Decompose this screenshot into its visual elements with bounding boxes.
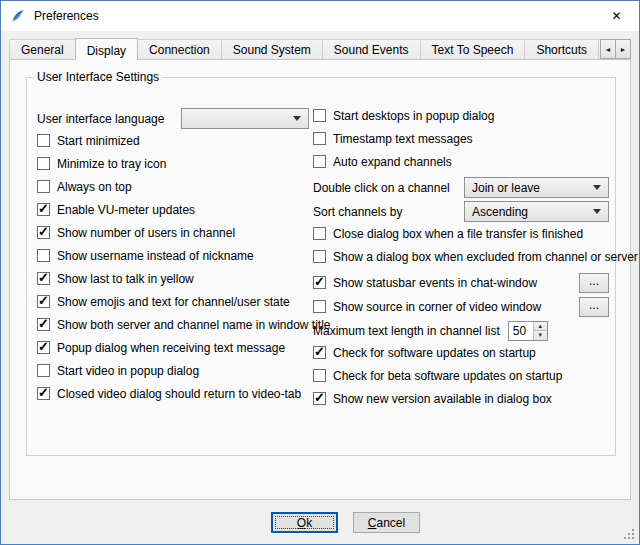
checkbox-box-icon	[313, 155, 326, 168]
sort-channels-value: Ascending	[472, 205, 528, 219]
spin-up-button[interactable]: ▲	[534, 322, 547, 332]
checkbox-label: Check for software updates on startup	[333, 346, 536, 360]
checkbox-box-icon	[313, 109, 326, 122]
tab-general[interactable]: General	[9, 39, 76, 59]
checkbox-label: Check for beta software updates on start…	[333, 369, 562, 383]
checkbox-check-updates[interactable]: Check for software updates on startup	[313, 345, 609, 360]
group-title: User Interface Settings	[33, 70, 163, 84]
double-click-combobox[interactable]: Join or leave	[464, 177, 609, 198]
checkbox-label: Show both server and channel name in win…	[57, 318, 331, 332]
checkbox-always-on-top[interactable]: Always on top	[37, 179, 309, 194]
window-title: Preferences	[34, 9, 99, 23]
checkbox-popup-text-message[interactable]: Popup dialog when receiving text message	[37, 340, 309, 355]
checkbox-label: Show username instead of nickname	[57, 249, 254, 263]
checkbox-show-username[interactable]: Show username instead of nickname	[37, 248, 309, 263]
checkbox-box-icon	[37, 272, 50, 285]
checkbox-show-dialog-excluded[interactable]: Show a dialog box when excluded from cha…	[313, 249, 609, 264]
checkbox-minimize-to-tray[interactable]: Minimize to tray icon	[37, 156, 309, 171]
checkbox-start-minimized[interactable]: Start minimized	[37, 133, 309, 148]
checkbox-start-video-popup[interactable]: Start video in popup dialog	[37, 363, 309, 378]
checkbox-check-beta-updates[interactable]: Check for beta software updates on start…	[313, 368, 609, 383]
checkbox-box-icon	[37, 387, 50, 400]
checkbox-label: Show last to talk in yellow	[57, 272, 194, 286]
checkbox-show-emojis[interactable]: Show emojis and text for channel/user st…	[37, 294, 309, 309]
tab-shortcuts[interactable]: Shortcuts	[524, 39, 599, 59]
checkbox-label: Start minimized	[57, 134, 140, 148]
arrow-down-icon: ▼	[537, 332, 543, 338]
sort-channels-row: Sort channels by Ascending	[313, 201, 609, 222]
close-icon: ✕	[611, 9, 621, 23]
language-combobox[interactable]	[181, 108, 309, 129]
checkbox-label: Start video in popup dialog	[57, 364, 199, 378]
titlebar: Preferences ✕	[1, 1, 639, 31]
checkbox-box-icon	[313, 369, 326, 382]
spin-down-button[interactable]: ▼	[534, 331, 547, 340]
tab-scroll-left-button[interactable]: ◄	[600, 39, 616, 59]
checkbox-label: Close dialog box when a file transfer is…	[333, 227, 583, 241]
checkbox-close-dialog-file-transfer[interactable]: Close dialog box when a file transfer is…	[313, 226, 609, 241]
checkbox-box-icon	[37, 134, 50, 147]
user-interface-settings-group: User Interface Settings User interface l…	[26, 70, 616, 456]
max-text-length-spinbox[interactable]: 50 ▲ ▼	[508, 321, 548, 341]
tab-scroll-right-button[interactable]: ►	[615, 39, 631, 59]
checkbox-start-desktops-popup[interactable]: Start desktops in popup dialog	[313, 108, 609, 123]
checkbox-box-icon	[37, 203, 50, 216]
arrow-left-icon: ◄	[605, 46, 612, 53]
chevron-down-icon	[593, 209, 601, 214]
app-logo-icon	[10, 8, 26, 24]
checkbox-label: Show a dialog box when excluded from cha…	[333, 250, 638, 264]
checkbox-auto-expand-channels[interactable]: Auto expand channels	[313, 154, 609, 169]
video-source-row: Show source in corner of video window ..…	[313, 296, 609, 317]
checkbox-show-new-version[interactable]: Show new version available in dialog box	[313, 391, 609, 406]
checkbox-label: Show statusbar events in chat-window	[333, 276, 537, 290]
checkbox-label: Auto expand channels	[333, 155, 452, 169]
right-column: Start desktops in popup dialog Timestamp…	[313, 108, 609, 414]
checkbox-label: Show source in corner of video window	[333, 300, 541, 314]
checkbox-box-icon	[313, 392, 326, 405]
close-button[interactable]: ✕	[594, 1, 639, 31]
chevron-down-icon	[293, 116, 301, 121]
language-row: User interface language	[37, 108, 309, 129]
checkbox-box-icon	[37, 157, 50, 170]
checkbox-box-icon	[313, 227, 326, 240]
resize-grip-handle[interactable]	[623, 528, 636, 541]
checkbox-label: Show emojis and text for channel/user st…	[57, 295, 290, 309]
statusbar-events-options-button[interactable]: ...	[579, 273, 609, 293]
checkbox-box-icon	[37, 226, 50, 239]
tab-page-display: User Interface Settings User interface l…	[9, 59, 631, 500]
checkbox-show-last-to-talk[interactable]: Show last to talk in yellow	[37, 271, 309, 286]
checkbox-label: Show number of users in channel	[57, 226, 235, 240]
tab-scroller: ◄ ►	[600, 39, 631, 59]
checkbox-label: Closed video dialog should return to vid…	[57, 387, 301, 401]
arrow-right-icon: ►	[620, 46, 627, 53]
checkbox-show-user-count[interactable]: Show number of users in channel	[37, 225, 309, 240]
max-text-length-row: Maximum text length in channel list 50 ▲…	[313, 320, 609, 341]
video-source-options-button[interactable]: ...	[579, 297, 609, 317]
checkbox-timestamp-messages[interactable]: Timestamp text messages	[313, 131, 609, 146]
tab-connection[interactable]: Connection	[137, 39, 222, 59]
checkbox-box-icon	[37, 364, 50, 377]
ok-button[interactable]: Ok	[271, 512, 338, 533]
checkbox-show-statusbar-events[interactable]	[313, 276, 326, 289]
cancel-button[interactable]: Cancel	[353, 512, 420, 533]
spin-buttons: ▲ ▼	[533, 322, 547, 340]
max-text-length-label: Maximum text length in channel list	[313, 324, 500, 338]
checkbox-label: Timestamp text messages	[333, 132, 473, 146]
sort-channels-label: Sort channels by	[313, 205, 402, 219]
tab-text-to-speech[interactable]: Text To Speech	[420, 39, 526, 59]
preferences-window: Preferences ✕ General Display Connection…	[0, 0, 640, 545]
checkbox-box-icon	[37, 341, 50, 354]
checkbox-show-server-channel-title[interactable]: Show both server and channel name in win…	[37, 317, 309, 332]
language-label: User interface language	[37, 112, 164, 126]
tab-display[interactable]: Display	[75, 38, 138, 60]
checkbox-show-video-source[interactable]	[313, 300, 326, 313]
checkbox-closed-video-return[interactable]: Closed video dialog should return to vid…	[37, 386, 309, 401]
tab-sound-system[interactable]: Sound System	[221, 39, 323, 59]
checkbox-label: Enable VU-meter updates	[57, 203, 195, 217]
checkbox-enable-vu-meter[interactable]: Enable VU-meter updates	[37, 202, 309, 217]
double-click-row: Double click on a channel Join or leave	[313, 177, 609, 198]
tab-sound-events[interactable]: Sound Events	[322, 39, 421, 59]
tab-bar: General Display Connection Sound System …	[9, 38, 631, 60]
checkbox-box-icon	[37, 249, 50, 262]
sort-channels-combobox[interactable]: Ascending	[464, 201, 609, 222]
